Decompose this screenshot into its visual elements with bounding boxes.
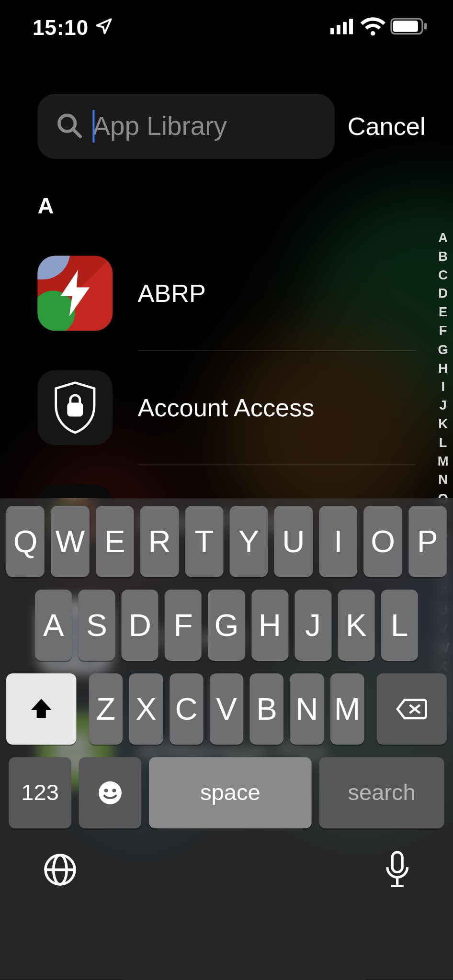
app-icon-abrp xyxy=(37,256,113,331)
app-row-account-access[interactable]: Account Access xyxy=(37,351,415,465)
index-letter[interactable]: D xyxy=(438,286,448,301)
svg-rect-0 xyxy=(330,28,334,34)
space-key[interactable]: space xyxy=(149,757,312,829)
index-letter[interactable]: F xyxy=(439,323,447,338)
key-v[interactable]: V xyxy=(210,674,244,745)
key-r[interactable]: R xyxy=(140,506,179,578)
svg-rect-5 xyxy=(393,21,418,32)
cellular-icon xyxy=(330,18,355,37)
dictation-icon[interactable] xyxy=(382,850,413,892)
index-letter[interactable]: N xyxy=(438,472,448,487)
key-k[interactable]: K xyxy=(338,590,374,661)
index-letter[interactable]: A xyxy=(438,230,448,245)
backspace-key[interactable] xyxy=(377,674,447,745)
svg-point-27 xyxy=(99,781,122,804)
index-letter[interactable]: C xyxy=(438,267,448,282)
search-input[interactable] xyxy=(92,111,317,142)
key-b[interactable]: B xyxy=(250,674,284,745)
cancel-button[interactable]: Cancel xyxy=(348,112,430,141)
index-letter[interactable]: L xyxy=(439,435,447,450)
key-u[interactable]: U xyxy=(274,506,313,578)
index-letter[interactable]: M xyxy=(438,454,449,468)
key-n[interactable]: N xyxy=(290,674,324,745)
svg-point-29 xyxy=(113,789,116,793)
index-letter[interactable]: J xyxy=(440,398,447,412)
key-g[interactable]: G xyxy=(208,590,245,661)
svg-rect-33 xyxy=(392,852,402,872)
wifi-icon xyxy=(361,17,385,38)
key-c[interactable]: C xyxy=(170,674,204,745)
key-f[interactable]: F xyxy=(165,590,202,661)
key-i[interactable]: I xyxy=(319,506,357,578)
svg-point-28 xyxy=(104,789,108,793)
globe-icon[interactable] xyxy=(43,852,78,890)
app-name: ABRP xyxy=(137,279,205,307)
key-t[interactable]: T xyxy=(185,506,223,578)
svg-rect-9 xyxy=(68,404,82,415)
key-d[interactable]: D xyxy=(122,590,159,661)
key-z[interactable]: Z xyxy=(89,674,123,745)
status-time: 15:10 xyxy=(33,15,89,40)
location-icon xyxy=(95,17,113,38)
search-key[interactable]: search xyxy=(319,757,444,829)
keyboard: QWERTYUIOP ASDFGHJKL ZXCVBNM 123 space s… xyxy=(0,499,453,980)
index-letter[interactable]: E xyxy=(439,305,447,320)
key-p[interactable]: P xyxy=(408,506,447,578)
index-letter[interactable]: G xyxy=(438,342,448,356)
key-w[interactable]: W xyxy=(51,506,89,578)
key-h[interactable]: H xyxy=(251,590,288,661)
search-icon xyxy=(55,111,82,142)
svg-rect-1 xyxy=(337,25,340,34)
key-y[interactable]: Y xyxy=(230,506,268,578)
status-bar: 15:10 xyxy=(0,0,453,44)
svg-rect-6 xyxy=(424,23,427,29)
key-s[interactable]: S xyxy=(78,590,115,661)
key-j[interactable]: J xyxy=(294,590,331,661)
key-x[interactable]: X xyxy=(129,674,163,745)
app-name: Account Access xyxy=(137,394,314,422)
svg-rect-3 xyxy=(349,19,353,34)
key-l[interactable]: L xyxy=(381,590,418,661)
shift-key[interactable] xyxy=(6,674,76,745)
app-row-abrp[interactable]: ABRP xyxy=(37,236,415,350)
battery-icon xyxy=(390,18,428,38)
index-letter[interactable]: I xyxy=(441,379,445,394)
section-header: A xyxy=(37,192,415,219)
app-icon-account-access xyxy=(37,370,113,445)
numbers-key[interactable]: 123 xyxy=(9,757,71,829)
key-q[interactable]: Q xyxy=(6,506,45,578)
key-o[interactable]: O xyxy=(363,506,402,578)
key-a[interactable]: A xyxy=(35,590,72,661)
emoji-key[interactable] xyxy=(79,757,142,829)
key-m[interactable]: M xyxy=(330,674,364,745)
index-letter[interactable]: K xyxy=(438,416,448,431)
search-field[interactable] xyxy=(37,94,335,159)
index-letter[interactable]: H xyxy=(438,360,448,375)
index-letter[interactable]: B xyxy=(438,249,448,264)
key-e[interactable]: E xyxy=(96,506,134,578)
svg-line-8 xyxy=(73,130,80,136)
text-cursor xyxy=(92,110,94,143)
svg-rect-2 xyxy=(343,22,347,34)
